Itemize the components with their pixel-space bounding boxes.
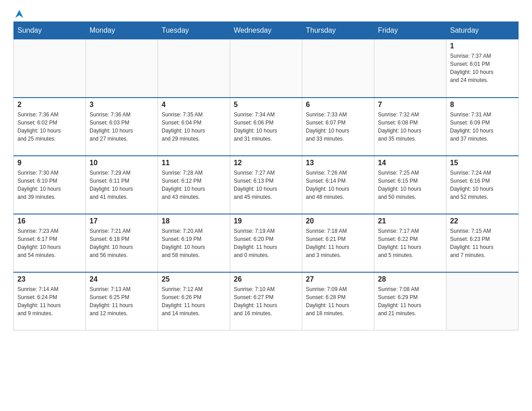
calendar-week-row: 23Sunrise: 7:14 AM Sunset: 6:24 PM Dayli… xyxy=(14,272,519,330)
calendar-cell: 6Sunrise: 7:33 AM Sunset: 6:07 PM Daylig… xyxy=(302,98,374,156)
calendar-cell: 11Sunrise: 7:28 AM Sunset: 6:12 PM Dayli… xyxy=(158,156,230,214)
calendar-cell: 1Sunrise: 7:37 AM Sunset: 6:01 PM Daylig… xyxy=(446,39,519,98)
calendar-cell: 22Sunrise: 7:15 AM Sunset: 6:23 PM Dayli… xyxy=(446,214,519,272)
day-number: 2 xyxy=(17,101,82,109)
day-info: Sunrise: 7:23 AM Sunset: 6:17 PM Dayligh… xyxy=(17,227,82,259)
calendar-cell: 28Sunrise: 7:08 AM Sunset: 6:29 PM Dayli… xyxy=(374,272,446,330)
day-number: 14 xyxy=(378,159,442,167)
day-info: Sunrise: 7:21 AM Sunset: 6:18 PM Dayligh… xyxy=(90,227,154,259)
calendar-cell: 3Sunrise: 7:36 AM Sunset: 6:03 PM Daylig… xyxy=(86,98,158,156)
day-number: 11 xyxy=(162,159,226,167)
calendar-cell: 8Sunrise: 7:31 AM Sunset: 6:09 PM Daylig… xyxy=(446,98,519,156)
calendar-cell: 2Sunrise: 7:36 AM Sunset: 6:02 PM Daylig… xyxy=(14,98,86,156)
calendar-cell: 12Sunrise: 7:27 AM Sunset: 6:13 PM Dayli… xyxy=(230,156,302,214)
calendar-header-wednesday: Wednesday xyxy=(230,22,302,39)
calendar-week-row: 1Sunrise: 7:37 AM Sunset: 6:01 PM Daylig… xyxy=(14,39,519,98)
calendar-cell: 23Sunrise: 7:14 AM Sunset: 6:24 PM Dayli… xyxy=(14,272,86,330)
day-info: Sunrise: 7:24 AM Sunset: 6:16 PM Dayligh… xyxy=(450,169,515,201)
calendar-cell xyxy=(86,39,158,98)
day-number: 6 xyxy=(306,101,370,109)
day-info: Sunrise: 7:35 AM Sunset: 6:04 PM Dayligh… xyxy=(162,111,226,143)
logo-arrow-icon xyxy=(14,9,24,19)
calendar-cell: 27Sunrise: 7:09 AM Sunset: 6:28 PM Dayli… xyxy=(302,272,374,330)
day-info: Sunrise: 7:19 AM Sunset: 6:20 PM Dayligh… xyxy=(234,227,298,259)
calendar-cell: 9Sunrise: 7:30 AM Sunset: 6:10 PM Daylig… xyxy=(14,156,86,214)
calendar-cell xyxy=(302,39,374,98)
svg-marker-0 xyxy=(15,10,23,18)
day-info: Sunrise: 7:34 AM Sunset: 6:06 PM Dayligh… xyxy=(234,111,298,143)
day-info: Sunrise: 7:13 AM Sunset: 6:25 PM Dayligh… xyxy=(90,285,154,317)
calendar-cell: 5Sunrise: 7:34 AM Sunset: 6:06 PM Daylig… xyxy=(230,98,302,156)
day-number: 3 xyxy=(90,101,154,109)
calendar-cell: 18Sunrise: 7:20 AM Sunset: 6:19 PM Dayli… xyxy=(158,214,230,272)
day-number: 21 xyxy=(378,217,442,225)
day-number: 8 xyxy=(450,101,515,109)
day-info: Sunrise: 7:28 AM Sunset: 6:12 PM Dayligh… xyxy=(162,169,226,201)
calendar-cell xyxy=(374,39,446,98)
day-number: 20 xyxy=(306,217,370,225)
calendar-cell: 25Sunrise: 7:12 AM Sunset: 6:26 PM Dayli… xyxy=(158,272,230,330)
day-info: Sunrise: 7:32 AM Sunset: 6:08 PM Dayligh… xyxy=(378,111,442,143)
calendar-cell xyxy=(230,39,302,98)
day-info: Sunrise: 7:10 AM Sunset: 6:27 PM Dayligh… xyxy=(234,285,298,317)
day-number: 19 xyxy=(234,217,298,225)
calendar-week-row: 9Sunrise: 7:30 AM Sunset: 6:10 PM Daylig… xyxy=(14,156,519,214)
day-number: 27 xyxy=(306,275,370,283)
day-info: Sunrise: 7:26 AM Sunset: 6:14 PM Dayligh… xyxy=(306,169,370,201)
calendar-cell: 17Sunrise: 7:21 AM Sunset: 6:18 PM Dayli… xyxy=(86,214,158,272)
calendar-cell: 14Sunrise: 7:25 AM Sunset: 6:15 PM Dayli… xyxy=(374,156,446,214)
calendar-header-friday: Friday xyxy=(374,22,446,39)
day-number: 25 xyxy=(162,275,226,283)
calendar-cell: 7Sunrise: 7:32 AM Sunset: 6:08 PM Daylig… xyxy=(374,98,446,156)
day-number: 1 xyxy=(450,42,515,50)
calendar-cell: 26Sunrise: 7:10 AM Sunset: 6:27 PM Dayli… xyxy=(230,272,302,330)
day-number: 28 xyxy=(378,275,442,283)
day-number: 17 xyxy=(90,217,154,225)
day-info: Sunrise: 7:33 AM Sunset: 6:07 PM Dayligh… xyxy=(306,111,370,143)
day-number: 23 xyxy=(17,275,82,283)
day-info: Sunrise: 7:36 AM Sunset: 6:02 PM Dayligh… xyxy=(17,111,82,143)
day-info: Sunrise: 7:31 AM Sunset: 6:09 PM Dayligh… xyxy=(450,111,515,143)
day-info: Sunrise: 7:18 AM Sunset: 6:21 PM Dayligh… xyxy=(306,227,370,259)
day-info: Sunrise: 7:08 AM Sunset: 6:29 PM Dayligh… xyxy=(378,285,442,317)
calendar-header-saturday: Saturday xyxy=(446,22,519,39)
calendar-cell xyxy=(158,39,230,98)
calendar-cell xyxy=(14,39,86,98)
day-number: 13 xyxy=(306,159,370,167)
calendar-cell: 21Sunrise: 7:17 AM Sunset: 6:22 PM Dayli… xyxy=(374,214,446,272)
day-number: 12 xyxy=(234,159,298,167)
calendar-table: SundayMondayTuesdayWednesdayThursdayFrid… xyxy=(13,21,519,330)
calendar-cell: 4Sunrise: 7:35 AM Sunset: 6:04 PM Daylig… xyxy=(158,98,230,156)
day-number: 5 xyxy=(234,101,298,109)
day-info: Sunrise: 7:36 AM Sunset: 6:03 PM Dayligh… xyxy=(90,111,154,143)
day-info: Sunrise: 7:27 AM Sunset: 6:13 PM Dayligh… xyxy=(234,169,298,201)
day-info: Sunrise: 7:14 AM Sunset: 6:24 PM Dayligh… xyxy=(17,285,82,317)
day-number: 16 xyxy=(17,217,82,225)
day-number: 18 xyxy=(162,217,226,225)
day-info: Sunrise: 7:12 AM Sunset: 6:26 PM Dayligh… xyxy=(162,285,226,317)
day-number: 22 xyxy=(450,217,515,225)
calendar-cell: 24Sunrise: 7:13 AM Sunset: 6:25 PM Dayli… xyxy=(86,272,158,330)
calendar-cell: 13Sunrise: 7:26 AM Sunset: 6:14 PM Dayli… xyxy=(302,156,374,214)
page-header xyxy=(13,9,519,17)
day-number: 9 xyxy=(17,159,82,167)
day-info: Sunrise: 7:25 AM Sunset: 6:15 PM Dayligh… xyxy=(378,169,442,201)
day-info: Sunrise: 7:17 AM Sunset: 6:22 PM Dayligh… xyxy=(378,227,442,259)
day-number: 7 xyxy=(378,101,442,109)
calendar-cell: 10Sunrise: 7:29 AM Sunset: 6:11 PM Dayli… xyxy=(86,156,158,214)
calendar-cell: 15Sunrise: 7:24 AM Sunset: 6:16 PM Dayli… xyxy=(446,156,519,214)
day-info: Sunrise: 7:09 AM Sunset: 6:28 PM Dayligh… xyxy=(306,285,370,317)
calendar-cell: 19Sunrise: 7:19 AM Sunset: 6:20 PM Dayli… xyxy=(230,214,302,272)
day-number: 24 xyxy=(90,275,154,283)
calendar-header-monday: Monday xyxy=(86,22,158,39)
day-number: 4 xyxy=(162,101,226,109)
day-number: 10 xyxy=(90,159,154,167)
calendar-header-row: SundayMondayTuesdayWednesdayThursdayFrid… xyxy=(14,22,519,39)
calendar-cell: 16Sunrise: 7:23 AM Sunset: 6:17 PM Dayli… xyxy=(14,214,86,272)
calendar-header-sunday: Sunday xyxy=(14,22,86,39)
calendar-week-row: 2Sunrise: 7:36 AM Sunset: 6:02 PM Daylig… xyxy=(14,98,519,156)
calendar-week-row: 16Sunrise: 7:23 AM Sunset: 6:17 PM Dayli… xyxy=(14,214,519,272)
calendar-cell: 20Sunrise: 7:18 AM Sunset: 6:21 PM Dayli… xyxy=(302,214,374,272)
logo xyxy=(13,9,24,17)
day-info: Sunrise: 7:15 AM Sunset: 6:23 PM Dayligh… xyxy=(450,227,515,259)
